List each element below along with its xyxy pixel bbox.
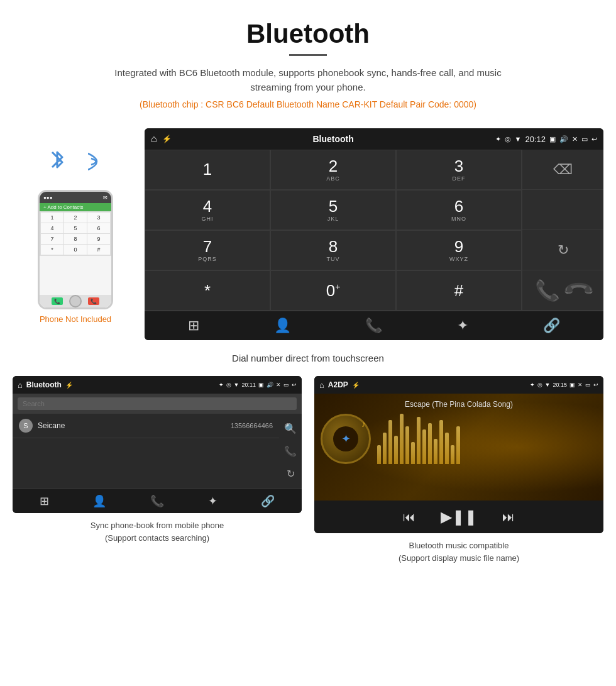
- dialpad-grid: 1 2 ABC 3 DEF 4 GHI 5 JKL: [145, 150, 522, 311]
- pb-bt-icon: ✦: [219, 382, 224, 388]
- next-track-icon[interactable]: ⏭: [502, 510, 515, 524]
- viz-bar: [422, 429, 426, 464]
- car-bottom-bar: ⊞ 👤 📞 ✦ 🔗: [145, 311, 603, 340]
- music-status-left: ⌂ A2DP ⚡: [319, 380, 360, 390]
- dialpad-caption: Dial number direct from touchscreen: [0, 353, 616, 363]
- phone-bottom-bar: 📞 📞: [40, 295, 111, 307]
- pb-bluetooth-icon[interactable]: ✦: [208, 494, 217, 508]
- music-content: Escape (The Pina Colada Song) ✦ ♪: [314, 394, 603, 501]
- viz-bar: [456, 426, 460, 464]
- reload-button[interactable]: ↻: [522, 230, 603, 270]
- pb-side-icons: 🔍 📞 ↻: [279, 414, 302, 489]
- phone-section: ●●● ✉ + Add to Contacts 1 2 3 4 5 6 7 8 …: [13, 128, 138, 324]
- pb-apps-icon[interactable]: ⊞: [40, 494, 49, 508]
- phone-key-3: 3: [87, 213, 110, 223]
- music-album-inner: ✦: [333, 426, 358, 451]
- pb-volume-icon[interactable]: 🔊: [267, 382, 273, 388]
- pb-location-icon: ◎: [226, 382, 231, 388]
- dial-key-6[interactable]: 6 MNO: [396, 190, 522, 230]
- dialpad-area: 1 2 ABC 3 DEF 4 GHI 5 JKL: [145, 150, 603, 311]
- link-icon[interactable]: 🔗: [543, 318, 560, 334]
- dialpad-right: ⌫ ↻ 📞 📞: [522, 150, 603, 311]
- phone-side-icon[interactable]: 📞: [284, 445, 297, 457]
- viz-bar: [439, 420, 443, 464]
- music-camera-icon[interactable]: ▣: [569, 382, 575, 388]
- back-icon[interactable]: ↩: [591, 135, 597, 143]
- dial-key-1[interactable]: 1: [145, 150, 270, 190]
- contact-name: Seicane: [38, 421, 231, 430]
- music-visualizer: [371, 414, 597, 464]
- backspace-button[interactable]: ⌫: [522, 150, 603, 190]
- apps-icon[interactable]: ⊞: [188, 318, 199, 334]
- viz-bar: [411, 442, 415, 464]
- pb-home-icon[interactable]: ⌂: [18, 380, 23, 390]
- phone-call-button[interactable]: 📞: [52, 297, 63, 305]
- pb-contact-row[interactable]: S Seicane 13566664466: [13, 414, 279, 438]
- pb-close-icon[interactable]: ✕: [276, 382, 281, 388]
- music-window-icon[interactable]: ▭: [585, 382, 591, 388]
- backspace-icon: ⌫: [553, 162, 573, 178]
- bluetooth-status-icon: ✦: [495, 135, 501, 143]
- phone-top-bar: ●●● ✉: [40, 192, 111, 203]
- dial-key-2[interactable]: 2 ABC: [270, 150, 396, 190]
- dial-key-hash[interactable]: #: [396, 270, 522, 311]
- dial-key-7[interactable]: 7 PQRS: [145, 230, 270, 270]
- dial-key-star[interactable]: *: [145, 270, 270, 311]
- call-button[interactable]: 📞: [535, 279, 560, 302]
- pb-phone-icon[interactable]: 📞: [150, 494, 164, 508]
- phone-key-8: 8: [64, 234, 87, 244]
- phone-home-button[interactable]: [69, 295, 82, 307]
- pb-time: 20:11: [241, 382, 256, 388]
- phone-end-button[interactable]: 📞: [88, 297, 99, 305]
- main-content: ●●● ✉ + Add to Contacts 1 2 3 4 5 6 7 8 …: [0, 128, 616, 340]
- pb-list-area: S Seicane 13566664466: [13, 414, 279, 489]
- music-back-icon[interactable]: ↩: [593, 382, 598, 388]
- reload-side-icon[interactable]: ↻: [287, 468, 295, 480]
- phone-mockup: ●●● ✉ + Add to Contacts 1 2 3 4 5 6 7 8 …: [38, 190, 113, 309]
- window-icon[interactable]: ▭: [581, 135, 588, 143]
- music-controls: ⏮ ▶❚❚ ⏭: [314, 501, 603, 533]
- phonebook-caption: Sync phone-book from mobile phone(Suppor…: [91, 519, 224, 544]
- dial-key-9[interactable]: 9 WXYZ: [396, 230, 522, 270]
- pb-camera-icon[interactable]: ▣: [258, 382, 264, 388]
- music-close-icon[interactable]: ✕: [578, 382, 583, 388]
- pb-status-right: ✦ ◎ ▼ 20:11 ▣ 🔊 ✕ ▭ ↩: [219, 382, 297, 388]
- home-icon[interactable]: ⌂: [151, 133, 157, 145]
- contact-avatar: S: [19, 419, 33, 433]
- page-description: Integrated with BC6 Bluetooth module, su…: [94, 66, 522, 94]
- camera-icon[interactable]: ▣: [549, 135, 556, 143]
- volume-icon[interactable]: 🔊: [559, 135, 568, 143]
- music-main-row: ✦ ♪: [321, 414, 597, 464]
- phone-key-5: 5: [64, 223, 87, 233]
- play-pause-icon[interactable]: ▶❚❚: [441, 508, 477, 526]
- bluetooth-icon[interactable]: ✦: [457, 318, 468, 334]
- viz-bar: [405, 426, 409, 464]
- music-song-title: Escape (The Pina Colada Song): [405, 400, 513, 409]
- dial-key-3[interactable]: 3 DEF: [396, 150, 522, 190]
- contacts-icon[interactable]: 👤: [274, 318, 291, 334]
- end-call-button[interactable]: 📞: [561, 273, 596, 307]
- pb-link-icon[interactable]: 🔗: [261, 494, 275, 508]
- viz-bar: [428, 423, 432, 464]
- car-time: 20:12: [525, 135, 546, 144]
- music-home-icon[interactable]: ⌂: [319, 380, 324, 390]
- pb-search-input[interactable]: [18, 397, 297, 410]
- search-side-icon[interactable]: 🔍: [284, 423, 297, 434]
- pb-window-icon[interactable]: ▭: [283, 382, 289, 388]
- pb-status-left: ⌂ Bluetooth ⚡: [18, 380, 73, 390]
- viz-bar: [383, 433, 387, 464]
- pb-contacts-icon[interactable]: 👤: [92, 494, 106, 508]
- close-icon[interactable]: ✕: [572, 135, 578, 143]
- dial-key-8[interactable]: 8 TUV: [270, 230, 396, 270]
- phone-icon[interactable]: 📞: [365, 318, 382, 334]
- dial-key-0[interactable]: 0+: [270, 270, 396, 311]
- music-usb-icon: ⚡: [352, 382, 360, 389]
- music-status-right: ✦ ◎ ▼ 20:15 ▣ ✕ ▭ ↩: [530, 382, 598, 388]
- pb-search-bar: [13, 394, 302, 414]
- usb-icon: ⚡: [162, 135, 172, 143]
- dial-key-4[interactable]: 4 GHI: [145, 190, 270, 230]
- pb-back-icon[interactable]: ↩: [292, 382, 297, 388]
- phone-key-0: 0: [64, 245, 87, 255]
- prev-track-icon[interactable]: ⏮: [403, 510, 415, 524]
- dial-key-5[interactable]: 5 JKL: [270, 190, 396, 230]
